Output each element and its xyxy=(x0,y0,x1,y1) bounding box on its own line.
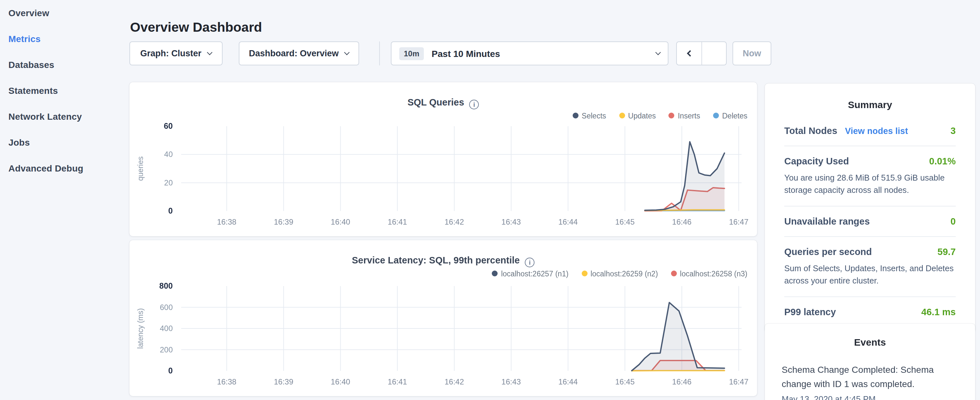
graph-scope-label: Graph: Cluster xyxy=(140,49,201,58)
legend-label: Updates xyxy=(628,112,656,120)
svg-text:16:45: 16:45 xyxy=(616,217,635,226)
total-nodes-value: 3 xyxy=(951,126,956,136)
event-list-item[interactable]: Schema Change Completed: Schema change w… xyxy=(782,363,958,400)
sidebar-item-network-latency[interactable]: Network Latency xyxy=(8,104,118,129)
legend-item[interactable]: localhost:26258 (n3) xyxy=(671,269,748,277)
capacity-used-label: Capacity Used xyxy=(784,156,849,166)
chart-legend: SelectsUpdatesInsertsDeletes xyxy=(573,112,748,120)
svg-text:20: 20 xyxy=(164,178,173,187)
legend-dot-icon xyxy=(573,113,579,118)
time-pager xyxy=(676,41,727,65)
controls-divider xyxy=(379,41,380,65)
svg-text:16:45: 16:45 xyxy=(616,377,635,386)
service-latency-chart-card: Service Latency: SQL, 99th percentilei l… xyxy=(129,240,757,396)
info-icon[interactable]: i xyxy=(469,99,479,109)
svg-text:0: 0 xyxy=(168,366,173,375)
svg-text:16:46: 16:46 xyxy=(672,217,691,226)
time-range-label: Past 10 Minutes xyxy=(431,48,500,59)
info-icon[interactable]: i xyxy=(525,257,535,267)
legend-label: Deletes xyxy=(722,112,748,120)
svg-text:16:41: 16:41 xyxy=(388,217,407,226)
legend-dot-icon xyxy=(581,271,587,276)
arrow-left-icon xyxy=(687,50,694,57)
time-forward-button[interactable] xyxy=(702,42,726,65)
svg-text:0: 0 xyxy=(168,206,173,215)
sidebar-item-metrics[interactable]: Metrics xyxy=(8,26,118,52)
chart-title: Service Latency: SQL, 99th percentilei xyxy=(129,255,757,267)
legend-dot-icon xyxy=(619,113,625,118)
chart-title-text: SQL Queries xyxy=(407,97,464,107)
time-back-button[interactable] xyxy=(677,42,702,65)
svg-text:16:46: 16:46 xyxy=(672,377,691,386)
summary-panel: Summary Total Nodes View nodes list 3 Ca… xyxy=(765,83,975,333)
sidebar-nav: OverviewMetricsDatabasesStatementsNetwor… xyxy=(8,0,118,181)
svg-text:600: 600 xyxy=(160,303,173,311)
divider xyxy=(784,206,956,207)
total-nodes-label: Total Nodes xyxy=(784,126,837,136)
app-root: OverviewMetricsDatabasesStatementsNetwor… xyxy=(0,0,980,400)
svg-text:60: 60 xyxy=(164,121,173,131)
svg-text:16:43: 16:43 xyxy=(501,377,521,386)
chevron-down-icon xyxy=(207,50,213,55)
controls-bar: Graph: Cluster Dashboard: Overview 10m P… xyxy=(129,41,757,65)
summary-row-capacity: Capacity Used 0.01% xyxy=(784,156,956,166)
summary-row-qps: Queries per second 59.7 xyxy=(784,247,956,257)
svg-text:40: 40 xyxy=(164,150,173,159)
legend-item[interactable]: Updates xyxy=(619,112,656,120)
capacity-used-description: You are using 28.6 MiB of 515.9 GiB usab… xyxy=(784,172,956,196)
svg-text:800: 800 xyxy=(159,281,173,290)
now-button[interactable]: Now xyxy=(732,41,771,65)
qps-value: 59.7 xyxy=(938,247,956,257)
svg-text:16:40: 16:40 xyxy=(331,217,350,226)
chart-title: SQL Queriesi xyxy=(129,97,757,109)
legend-item[interactable]: Inserts xyxy=(669,112,700,120)
dashboard-label: Dashboard: Overview xyxy=(249,49,339,58)
svg-text:16:41: 16:41 xyxy=(388,377,407,386)
sidebar-item-jobs[interactable]: Jobs xyxy=(8,129,118,155)
svg-text:16:39: 16:39 xyxy=(274,217,293,226)
page-title: Overview Dashboard xyxy=(130,19,262,35)
summary-row-unavailable-ranges: Unavailable ranges 0 xyxy=(784,216,956,226)
event-text: Schema Change Completed: Schema change w… xyxy=(782,363,958,391)
svg-text:16:44: 16:44 xyxy=(558,217,578,226)
chevron-down-icon xyxy=(655,50,661,55)
service-latency-chart[interactable]: 020040060080016:3816:3916:4016:4116:4216… xyxy=(133,282,754,393)
legend-item[interactable]: localhost:26259 (n2) xyxy=(581,269,658,277)
svg-text:16:39: 16:39 xyxy=(274,377,293,386)
qps-description: Sum of Selects, Updates, Inserts, and De… xyxy=(784,263,956,287)
svg-text:400: 400 xyxy=(160,324,173,332)
dashboard-dropdown[interactable]: Dashboard: Overview xyxy=(239,41,359,65)
legend-item[interactable]: Deletes xyxy=(713,112,748,120)
summary-title: Summary xyxy=(784,99,956,110)
legend-label: Inserts xyxy=(678,112,700,120)
graph-scope-dropdown[interactable]: Graph: Cluster xyxy=(129,41,223,65)
svg-text:16:47: 16:47 xyxy=(729,217,748,226)
svg-text:16:43: 16:43 xyxy=(501,217,521,226)
events-title: Events xyxy=(782,336,958,347)
divider xyxy=(784,296,956,297)
chevron-down-icon xyxy=(344,50,350,55)
qps-label: Queries per second xyxy=(784,247,872,257)
svg-text:16:38: 16:38 xyxy=(217,377,237,386)
legend-item[interactable]: localhost:26257 (n1) xyxy=(492,269,568,277)
sidebar-item-statements[interactable]: Statements xyxy=(8,78,118,104)
time-range-badge: 10m xyxy=(399,47,424,60)
divider xyxy=(784,146,956,146)
svg-text:16:38: 16:38 xyxy=(217,217,237,226)
sidebar-item-databases[interactable]: Databases xyxy=(8,52,118,78)
svg-text:16:47: 16:47 xyxy=(729,377,748,386)
sidebar-item-overview[interactable]: Overview xyxy=(8,0,118,26)
view-nodes-list-link[interactable]: View nodes list xyxy=(845,126,908,136)
summary-row-p99: P99 latency 46.1 ms xyxy=(784,307,956,317)
event-timestamp: May 13, 2020 at 4:45 PM xyxy=(782,395,958,400)
svg-text:16:44: 16:44 xyxy=(558,377,578,386)
legend-dot-icon xyxy=(713,113,719,118)
svg-text:latency (ms): latency (ms) xyxy=(136,308,145,348)
legend-item[interactable]: Selects xyxy=(573,112,606,120)
chart-title-text: Service Latency: SQL, 99th percentile xyxy=(352,255,520,265)
time-range-dropdown[interactable]: 10m Past 10 Minutes xyxy=(391,41,668,65)
events-panel: Events Schema Change Completed: Schema c… xyxy=(765,324,975,400)
sidebar-item-advanced-debug[interactable]: Advanced Debug xyxy=(8,155,118,181)
sql-queries-chart[interactable]: 020406016:3816:3916:4016:4116:4216:4316:… xyxy=(133,122,754,234)
svg-text:16:40: 16:40 xyxy=(331,377,350,386)
